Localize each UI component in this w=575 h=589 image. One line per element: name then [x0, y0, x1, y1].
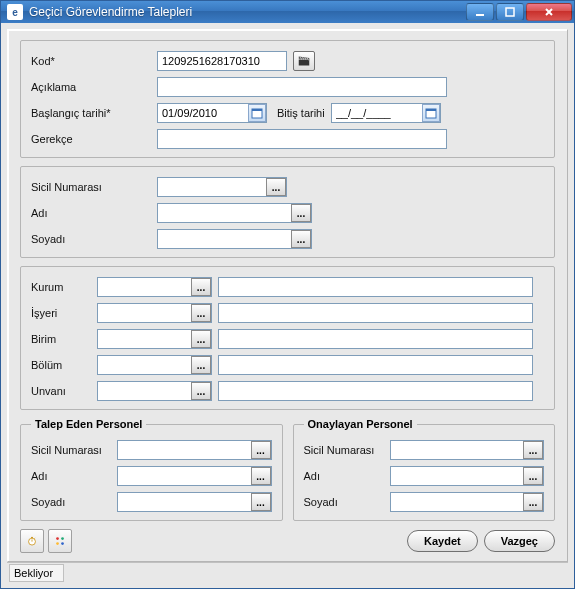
label-te-sicil: Sicil Numarası — [31, 444, 111, 456]
generate-kod-button[interactable] — [293, 51, 315, 71]
svg-point-9 — [56, 537, 59, 540]
label-gerekce: Gerekçe — [31, 133, 151, 145]
svg-point-12 — [61, 542, 64, 545]
te-sicil-lookup-button[interactable]: ... — [251, 441, 271, 459]
close-button[interactable] — [526, 3, 572, 21]
client-area: Kod* Açıklama Başlangıç tarihi* — [1, 23, 574, 588]
kaydet-button[interactable]: Kaydet — [407, 530, 478, 552]
app-icon: e — [7, 4, 23, 20]
label-te-soyadi: Soyadı — [31, 496, 111, 508]
nodes-icon — [55, 533, 65, 549]
svg-rect-1 — [506, 8, 514, 16]
legend-talep-eden: Talep Eden Personel — [31, 418, 146, 430]
label-adi: Adı — [31, 207, 151, 219]
bitis-calendar-button[interactable] — [422, 104, 440, 122]
label-on-sicil: Sicil Numarası — [304, 444, 384, 456]
svg-point-11 — [56, 542, 59, 545]
soyadi-input[interactable] — [157, 229, 312, 249]
label-on-soyadi: Soyadı — [304, 496, 384, 508]
on-soyadi-input[interactable] — [390, 492, 545, 512]
svg-rect-6 — [426, 109, 436, 111]
personnel-columns: Talep Eden Personel Sicil Numarası ... A… — [20, 418, 555, 527]
on-sicil-lookup-button[interactable]: ... — [523, 441, 543, 459]
label-soyadi: Soyadı — [31, 233, 151, 245]
label-on-adi: Adı — [304, 470, 384, 482]
aciklama-input[interactable] — [157, 77, 447, 97]
label-sicil: Sicil Numarası — [31, 181, 151, 193]
birim-lookup-button[interactable]: ... — [191, 330, 211, 348]
label-aciklama: Açıklama — [31, 81, 151, 93]
svg-point-10 — [61, 537, 64, 540]
te-adi-lookup-button[interactable]: ... — [251, 467, 271, 485]
clapper-icon — [298, 55, 310, 67]
isyeri-name-input[interactable] — [218, 303, 533, 323]
unvani-lookup-button[interactable]: ... — [191, 382, 211, 400]
te-sicil-input[interactable] — [117, 440, 272, 460]
te-adi-input[interactable] — [117, 466, 272, 486]
label-te-adi: Adı — [31, 470, 111, 482]
baslangic-calendar-button[interactable] — [248, 104, 266, 122]
kod-input[interactable] — [157, 51, 287, 71]
te-soyadi-lookup-button[interactable]: ... — [251, 493, 271, 511]
label-kod: Kod* — [31, 55, 151, 67]
label-bitis: Bitiş tarihi — [277, 107, 325, 119]
section-general: Kod* Açıklama Başlangıç tarihi* — [20, 40, 555, 158]
app-window: e Geçici Görevlendirme Talepleri Kod* — [0, 0, 575, 589]
section-organization: Kurum ... İşyeri ... Birim — [20, 266, 555, 410]
vazgec-button[interactable]: Vazgeç — [484, 530, 555, 552]
status-text: Bekliyor — [9, 564, 64, 582]
window-buttons — [466, 3, 572, 21]
legend-onaylayan: Onaylayan Personel — [304, 418, 417, 430]
maximize-button[interactable] — [496, 3, 524, 21]
window-title: Geçici Görevlendirme Talepleri — [29, 5, 466, 19]
birim-name-input[interactable] — [218, 329, 533, 349]
section-onaylayan: Onaylayan Personel Sicil Numarası ... Ad… — [293, 418, 556, 521]
on-soyadi-lookup-button[interactable]: ... — [523, 493, 543, 511]
bolum-lookup-button[interactable]: ... — [191, 356, 211, 374]
main-panel: Kod* Açıklama Başlangıç tarihi* — [7, 29, 568, 562]
te-soyadi-input[interactable] — [117, 492, 272, 512]
svg-rect-2 — [299, 60, 310, 66]
calendar-icon — [251, 107, 263, 119]
footer-toolbar: Kaydet Vazgeç — [20, 529, 555, 553]
timer-button[interactable] — [20, 529, 44, 553]
label-baslangic: Başlangıç tarihi* — [31, 107, 151, 119]
isyeri-lookup-button[interactable]: ... — [191, 304, 211, 322]
soyadi-lookup-button[interactable]: ... — [291, 230, 311, 248]
statusbar: Bekliyor — [7, 562, 568, 582]
kurum-lookup-button[interactable]: ... — [191, 278, 211, 296]
nodes-button[interactable] — [48, 529, 72, 553]
label-unvani: Unvanı — [31, 385, 91, 397]
sicil-lookup-button[interactable]: ... — [266, 178, 286, 196]
titlebar[interactable]: e Geçici Görevlendirme Talepleri — [1, 1, 574, 23]
bolum-name-input[interactable] — [218, 355, 533, 375]
label-isyeri: İşyeri — [31, 307, 91, 319]
unvani-name-input[interactable] — [218, 381, 533, 401]
minimize-button[interactable] — [466, 3, 494, 21]
section-personel: Sicil Numarası ... Adı ... Soyadı — [20, 166, 555, 258]
svg-rect-4 — [252, 109, 262, 111]
adi-input[interactable] — [157, 203, 312, 223]
on-adi-lookup-button[interactable]: ... — [523, 467, 543, 485]
section-talep-eden: Talep Eden Personel Sicil Numarası ... A… — [20, 418, 283, 521]
on-sicil-input[interactable] — [390, 440, 545, 460]
label-bolum: Bölüm — [31, 359, 91, 371]
svg-rect-8 — [31, 537, 33, 538]
label-birim: Birim — [31, 333, 91, 345]
stopwatch-icon — [27, 533, 37, 549]
gerekce-input[interactable] — [157, 129, 447, 149]
calendar-icon — [425, 107, 437, 119]
svg-rect-0 — [476, 14, 484, 16]
on-adi-input[interactable] — [390, 466, 545, 486]
kurum-name-input[interactable] — [218, 277, 533, 297]
label-kurum: Kurum — [31, 281, 91, 293]
adi-lookup-button[interactable]: ... — [291, 204, 311, 222]
